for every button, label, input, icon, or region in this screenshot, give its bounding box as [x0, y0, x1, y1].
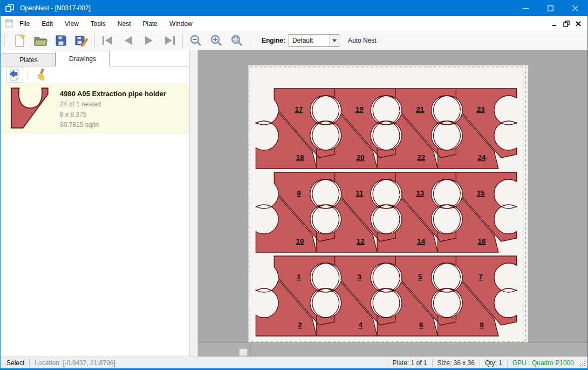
status-separator	[480, 359, 480, 367]
tab-plates[interactable]: Plates	[2, 53, 56, 66]
part-number: 17	[295, 105, 303, 113]
title-bar: OpenNest - [N0317-002]	[1, 0, 587, 16]
drawing-list-item[interactable]: 4980 A05 Extraction pipe holder 24 of 1 …	[1, 84, 189, 133]
part-number: 4	[359, 321, 363, 329]
app-window: OpenNest - [N0317-002] File Edit View To…	[0, 0, 588, 370]
open-file-button[interactable]	[30, 32, 51, 49]
part-number: 8	[480, 321, 484, 329]
menu-plate[interactable]: Plate	[137, 17, 163, 30]
mdi-close-icon[interactable]	[572, 19, 584, 29]
menu-edit[interactable]: Edit	[36, 17, 59, 30]
part-number: 14	[417, 237, 425, 245]
status-mode: Select	[6, 359, 24, 367]
new-document-button[interactable]	[10, 32, 30, 49]
status-qty: Qty: 1	[485, 359, 502, 367]
panel-splitter[interactable]	[189, 50, 198, 356]
toolbar-separator	[182, 33, 183, 48]
scrollbar-corner	[240, 349, 248, 356]
main-area: Plates Drawings 4980 A05 Extraction pipe…	[1, 50, 587, 356]
status-separator	[387, 359, 387, 367]
clean-broom-button[interactable]	[32, 68, 49, 82]
status-separator	[507, 359, 508, 367]
app-icon	[5, 4, 15, 12]
menu-tools[interactable]: Tools	[85, 17, 112, 30]
drawing-nested-count: 24 of 1 nested	[60, 100, 166, 108]
panel-tabs: Plates Drawings	[1, 50, 189, 66]
go-last-button[interactable]	[159, 32, 180, 49]
window-title: OpenNest - [N0317-002]	[20, 4, 513, 12]
go-next-button[interactable]	[139, 32, 159, 49]
drawing-title: 4980 A05 Extraction pipe holder	[60, 90, 166, 98]
part-number: 1	[297, 273, 301, 281]
menu-file[interactable]: File	[13, 17, 36, 30]
zoom-in-button[interactable]	[206, 32, 227, 49]
status-separator	[29, 359, 30, 367]
status-gpu: GPU : Quadro P1000	[512, 359, 574, 367]
zoom-out-button[interactable]	[186, 32, 206, 49]
part-number: 23	[477, 105, 485, 113]
part-number: 15	[477, 189, 485, 197]
document-icon[interactable]	[5, 19, 13, 28]
go-previous-button[interactable]	[118, 32, 139, 49]
minimize-button[interactable]	[513, 0, 538, 16]
nest-canvas[interactable]: 171921231820222491113151012141613572468	[198, 50, 587, 356]
import-drawing-button[interactable]	[6, 68, 23, 83]
chevron-down-icon[interactable]	[329, 35, 339, 46]
part-number: 5	[418, 273, 422, 281]
drawing-dimensions: 8 x 8.375	[60, 111, 166, 118]
toolbar-separator	[250, 33, 250, 48]
engine-value: Default	[289, 37, 329, 44]
resize-grip[interactable]	[578, 359, 586, 367]
save-as-button[interactable]	[71, 32, 92, 49]
menu-window[interactable]: Window	[163, 17, 199, 30]
mdi-window-controls	[549, 19, 584, 29]
left-panel: Plates Drawings 4980 A05 Extraction pipe…	[1, 50, 189, 356]
part-number: 21	[416, 105, 424, 113]
part-number: 22	[417, 153, 425, 162]
status-separator	[432, 359, 433, 367]
auto-nest-button[interactable]: Auto Nest	[348, 37, 377, 44]
part-number: 6	[419, 321, 423, 329]
zoom-fit-button[interactable]	[227, 32, 247, 49]
close-button[interactable]	[563, 0, 587, 16]
tab-drawings[interactable]: Drawings	[56, 51, 110, 66]
drawings-toolbar	[1, 66, 189, 84]
part-number: 11	[355, 189, 364, 197]
drawing-area: 30.7815 sq/in	[60, 121, 166, 129]
part-number: 2	[298, 321, 302, 329]
go-first-button[interactable]	[98, 32, 118, 49]
part-number: 19	[355, 105, 364, 113]
engine-label: Engine:	[262, 37, 285, 44]
menu-nest[interactable]: Nest	[112, 17, 137, 30]
engine-combobox[interactable]: Default	[289, 34, 339, 47]
status-location: Location: [-0.9437, 21.8796]	[35, 359, 115, 367]
status-bar: Select Location: [-0.9437, 21.8796] Plat…	[1, 356, 587, 368]
mdi-minimize-icon[interactable]	[549, 19, 560, 29]
part-number: 9	[297, 189, 300, 197]
part-number: 3	[358, 273, 361, 281]
part-number: 16	[478, 237, 486, 245]
nest-scene[interactable]: 171921231820222491113151012141613572468	[198, 50, 587, 356]
part-number: 18	[296, 153, 304, 162]
status-right-group: Plate: 1 of 1 Size: 36 x 36 Qty: 1 GPU :…	[382, 359, 587, 367]
save-button[interactable]	[51, 32, 71, 49]
menu-view[interactable]: View	[59, 17, 85, 30]
part-number: 24	[478, 153, 486, 162]
drawing-info: 4980 A05 Extraction pipe holder 24 of 1 …	[56, 84, 166, 133]
part-number: 13	[416, 189, 424, 197]
main-toolbar: Engine: Default Auto Nest	[1, 31, 587, 51]
part-thumbnail	[4, 86, 56, 131]
part-number: 20	[357, 153, 365, 162]
panel-toolbar-separator	[28, 69, 28, 81]
status-size: Size: 36 x 36	[437, 359, 475, 367]
toolbar-separator	[94, 33, 95, 48]
mdi-restore-icon[interactable]	[560, 19, 572, 29]
part-number: 12	[357, 237, 365, 245]
horizontal-scrollbar	[198, 343, 587, 356]
status-plate: Plate: 1 of 1	[392, 359, 427, 367]
toolbar-grip[interactable]	[3, 34, 5, 47]
maximize-button[interactable]	[538, 0, 563, 16]
part-number: 7	[478, 273, 482, 281]
part-number: 10	[296, 237, 304, 245]
menu-bar: File Edit View Tools Nest Plate Window	[1, 16, 587, 31]
